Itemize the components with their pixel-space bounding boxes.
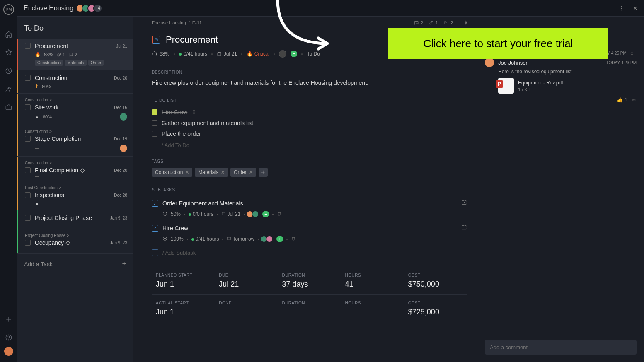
task-checkbox[interactable] — [25, 104, 31, 110]
status[interactable]: To Do — [307, 51, 320, 57]
task-card[interactable]: ConstructionDec 20 ⬆60% — [17, 70, 133, 94]
clock-icon[interactable] — [5, 67, 13, 75]
delete-icon[interactable] — [291, 236, 296, 242]
add-assignee-button[interactable]: + — [291, 51, 297, 57]
subtask-item[interactable]: ✓Hire Crew 100% 0/41 hours Tomorrow + — [152, 221, 467, 246]
briefcase-icon[interactable] — [5, 103, 13, 111]
subtask-icon: ✓ — [152, 225, 158, 232]
nav-rail: PM — [0, 0, 17, 362]
actual-stats: Actual StartJun 1 Done Duration Hours Co… — [152, 294, 467, 322]
remove-tag-icon[interactable]: ✕ — [185, 170, 189, 175]
due-date[interactable]: Jul 21 — [217, 51, 237, 57]
open-subtask-icon[interactable] — [461, 200, 467, 207]
progress-icon — [162, 236, 167, 242]
todo-item[interactable]: Place the order — [152, 128, 467, 139]
calendar-icon[interactable]: Jul 21 — [221, 211, 240, 217]
home-icon[interactable] — [5, 30, 13, 39]
project-title[interactable]: Enclave Housing — [24, 5, 73, 12]
task-list-panel: To Do ProcurementJul 21 🔥68% 1 2 Constru… — [17, 17, 133, 362]
cta-banner[interactable]: Click here to start your free trial — [388, 28, 608, 59]
activity-icon[interactable] — [5, 48, 13, 57]
svg-point-1 — [7, 87, 9, 89]
hours[interactable]: 0/41 hours — [179, 51, 207, 57]
todo-checkbox[interactable] — [152, 131, 157, 137]
task-card[interactable]: Construction > Site workDec 16 ▲60% — [17, 94, 133, 125]
tag-chip[interactable]: Order✕ — [230, 168, 256, 177]
dash-icon — [35, 224, 39, 224]
open-subtask-icon[interactable] — [461, 224, 467, 232]
people-icon[interactable] — [5, 85, 13, 93]
more-icon[interactable] — [619, 5, 625, 11]
todo-item[interactable]: Hire Crew — [152, 107, 467, 118]
author-name[interactable]: Joe Johnson — [498, 60, 529, 66]
task-checkbox[interactable] — [25, 167, 31, 173]
task-checkbox[interactable] — [25, 192, 31, 198]
task-checkbox[interactable] — [25, 215, 31, 221]
planned-stats: Planned StartJun 1 DueJul 21 Duration37 … — [152, 267, 467, 294]
add-todo-button[interactable]: / Add To Do — [152, 139, 467, 148]
task-card[interactable]: Project Closing Phase > OccupancyJan 9, … — [17, 229, 133, 254]
attachment[interactable]: P Equipment - Rev.pdf 15 KB — [498, 78, 637, 94]
delete-icon[interactable] — [277, 211, 282, 217]
tag-chip[interactable]: Construction✕ — [152, 168, 192, 177]
task-checkbox[interactable] — [25, 136, 31, 142]
todo-checkbox[interactable] — [152, 109, 157, 115]
delete-icon[interactable] — [191, 109, 196, 116]
todo-item[interactable]: Gather equipment and materials list. — [152, 118, 467, 128]
thumbs-up-icon[interactable]: 👍 — [617, 97, 623, 103]
comment-count[interactable]: 2 — [414, 20, 423, 25]
task-card[interactable]: Construction > Final CompletionDec 20 — [17, 157, 133, 181]
avatar-icon[interactable] — [266, 235, 273, 243]
add-tag-button[interactable]: + — [259, 168, 268, 177]
caret-up-icon: ▲ — [35, 201, 39, 206]
avatar-icon[interactable] — [485, 58, 494, 67]
assignee-avatar[interactable] — [120, 113, 127, 121]
emoji-icon[interactable]: ☺ — [632, 97, 637, 103]
subtask-item[interactable]: ✓Order Equipment and Materials 50% 0/0 h… — [152, 196, 467, 221]
reactions[interactable]: 👍1☺ — [498, 97, 637, 103]
add-assignee-button[interactable]: + — [262, 211, 269, 217]
close-icon[interactable]: ✕ — [633, 5, 638, 12]
avatar-icon[interactable] — [252, 210, 259, 218]
assignee-placeholder[interactable] — [279, 50, 286, 58]
svg-rect-11 — [218, 53, 221, 56]
task-card[interactable]: ProcurementJul 21 🔥68% 1 2 Construction … — [17, 39, 133, 70]
expand-icon[interactable]: ⟫ — [465, 20, 467, 25]
user-avatar[interactable] — [4, 347, 13, 356]
task-title[interactable]: Procurement — [166, 34, 218, 45]
task-checkbox[interactable] — [25, 240, 31, 246]
task-card[interactable]: Construction > Stage CompletionDec 19 — [17, 125, 133, 157]
member-overflow[interactable]: +4 — [93, 4, 102, 13]
assignee-avatar[interactable] — [120, 145, 127, 152]
calendar-icon[interactable]: Tomorrow — [227, 236, 254, 242]
add-task-button[interactable]: Add a Task+ — [17, 254, 133, 274]
tag-chip[interactable]: Materials✕ — [195, 168, 228, 177]
add-assignee-button[interactable]: + — [276, 236, 283, 242]
description[interactable]: Hire crew plus order equipment and mater… — [152, 79, 467, 87]
remove-tag-icon[interactable]: ✕ — [249, 170, 253, 175]
priority[interactable]: 🔥 Critical — [247, 51, 270, 57]
subtask-icon — [152, 249, 158, 256]
add-subtask-button[interactable]: / Add Subtask — [152, 249, 467, 256]
task-checkbox[interactable] — [25, 75, 31, 81]
emoji-icon[interactable]: ☺ — [630, 51, 634, 56]
progress[interactable]: 68% — [152, 51, 169, 57]
link-icon: 1 — [56, 52, 65, 57]
svg-point-2 — [10, 87, 11, 89]
member-avatars[interactable]: +4 — [78, 4, 102, 13]
comment-input[interactable] — [485, 340, 637, 355]
milestone-icon — [80, 168, 85, 173]
subtask-icon: ✓ — [152, 200, 158, 207]
task-card[interactable]: Post Construction > InspectionsDec 28 ▲ — [17, 181, 133, 210]
help-icon[interactable] — [5, 333, 13, 342]
app-logo[interactable]: PM — [3, 4, 14, 15]
todo-checkbox[interactable] — [152, 120, 157, 126]
svg-point-7 — [621, 8, 622, 9]
add-icon[interactable] — [5, 315, 13, 323]
link-count[interactable]: 1 — [429, 20, 438, 25]
task-checkbox[interactable] — [25, 43, 31, 49]
remove-tag-icon[interactable]: ✕ — [221, 170, 225, 175]
progress-icon — [162, 211, 167, 217]
subtask-count[interactable]: 2 — [444, 20, 453, 25]
task-card[interactable]: Project Closing PhaseJan 9, 23 — [17, 210, 133, 229]
